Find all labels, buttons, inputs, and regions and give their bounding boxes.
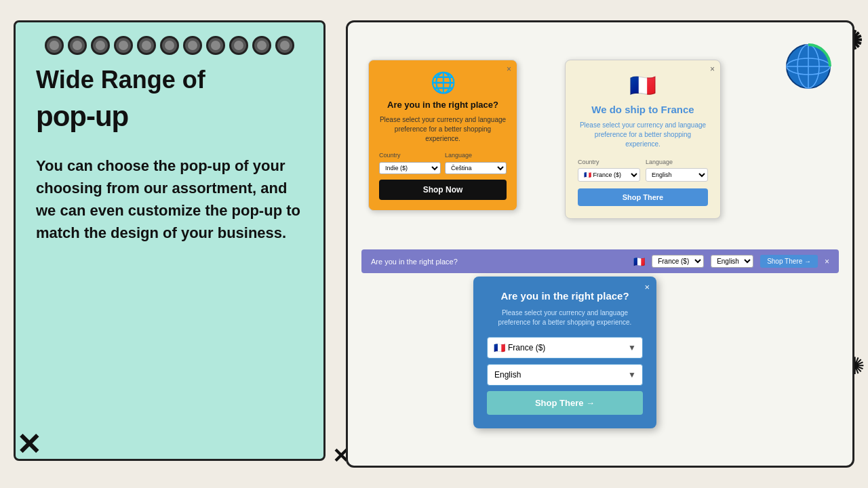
orange-popup-language-label: Language [445, 152, 507, 159]
ring [160, 36, 179, 55]
notebook-title1: Wide Range of [36, 65, 303, 94]
cream-popup-country-select[interactable]: 🇫🇷 France ($) [578, 168, 640, 182]
blue-popup-language-wrap: English ▼ [487, 364, 643, 386]
cream-popup-language-select[interactable]: English [646, 168, 708, 182]
notebook-body: You can choose the pop-up of your choosi… [36, 155, 303, 244]
banner-text: Are you in the right place? [371, 258, 627, 266]
ring [229, 36, 248, 55]
ring [275, 36, 294, 55]
banner-language-select[interactable]: English [711, 255, 753, 268]
orange-popup-language-select[interactable]: Čeština [445, 162, 507, 174]
orange-popup-country-label: Country [379, 152, 441, 159]
banner-bar: Are you in the right place? 🇫🇷 France ($… [361, 249, 839, 273]
notebook-rings [36, 36, 303, 55]
ring [45, 36, 64, 55]
banner-country-select[interactable]: France ($) [652, 255, 704, 268]
orange-popup-title: Are you in the right place? [379, 100, 507, 110]
orange-popup-subtitle: Please select your currency and language… [379, 115, 507, 144]
orange-popup: × 🌐 Are you in the right place? Please s… [368, 60, 517, 211]
ring [183, 36, 202, 55]
blue-popup-close[interactable]: × [644, 282, 650, 292]
globe-icon [781, 39, 835, 96]
cream-popup-subtitle: Please select your currency and language… [578, 121, 708, 149]
ring [114, 36, 133, 55]
banner-shop-button[interactable]: Shop There → [760, 255, 818, 268]
banner-close[interactable]: × [825, 257, 829, 266]
cream-popup-language-label: Language [646, 159, 708, 165]
cream-popup-flag-icon: 🇫🇷 [578, 73, 708, 98]
ring [206, 36, 225, 55]
notebook-title2: pop-up [36, 100, 303, 134]
cream-popup-title: We do ship to France [578, 104, 708, 115]
blue-popup-language-select[interactable]: English [487, 364, 643, 386]
cream-popup-country-label: Country [578, 159, 640, 165]
blue-popup-shop-button[interactable]: Shop There → [487, 391, 643, 415]
deco-x-bottom-left: ✕ [16, 430, 41, 460]
right-panel: × 🌐 Are you in the right place? Please s… [346, 20, 854, 468]
orange-popup-shop-button[interactable]: Shop Now [379, 180, 507, 200]
ring [68, 36, 87, 55]
cream-popup: × 🇫🇷 We do ship to France Please select … [565, 60, 721, 219]
blue-popup-flag-icon: 🇫🇷 [494, 342, 505, 353]
blue-popup-subtitle: Please select your currency and language… [487, 308, 643, 327]
ring [137, 36, 156, 55]
blue-popup-title: Are you in the right place? [487, 290, 643, 302]
cream-popup-shop-button[interactable]: Shop There [578, 188, 708, 206]
cream-popup-close[interactable]: × [710, 64, 715, 74]
blue-popup: × Are you in the right place? Please sel… [473, 277, 656, 428]
blue-popup-country-select[interactable]: France ($) [487, 337, 643, 359]
banner-flag-icon: 🇫🇷 [633, 256, 645, 267]
notebook-panel: Wide Range of pop-up You can choose the … [14, 20, 326, 461]
blue-popup-country-wrap: 🇫🇷 France ($) ▼ [487, 337, 643, 359]
ring [91, 36, 110, 55]
ring [252, 36, 271, 55]
orange-popup-globe-icon: 🌐 [379, 70, 507, 94]
orange-popup-close[interactable]: × [507, 64, 511, 74]
orange-popup-country-select[interactable]: Indie ($) [379, 162, 441, 174]
